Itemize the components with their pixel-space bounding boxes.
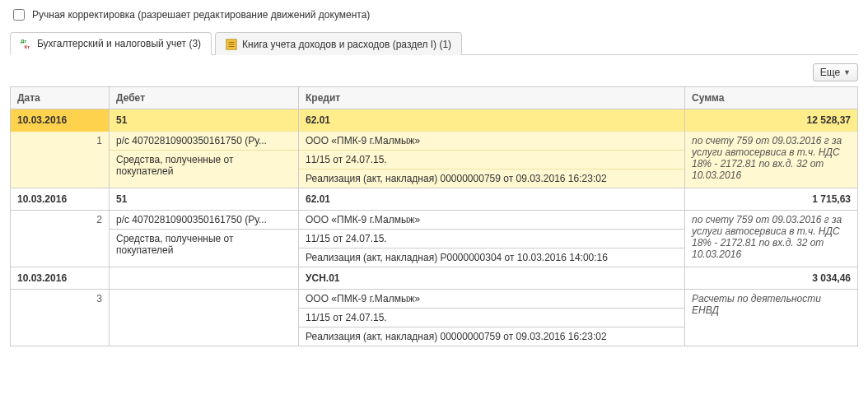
cell-row-number: 3 [11, 290, 110, 346]
manual-correction-label: Ручная корректировка (разрешает редактир… [32, 9, 370, 21]
credit-line: 11/15 от 24.07.15. [299, 151, 685, 170]
cell-date: 10.03.2016 [11, 267, 110, 290]
chevron-down-icon: ▼ [843, 68, 851, 77]
credit-line: ООО «ПМК-9 г.Малмыж» [299, 290, 685, 309]
debit-line: р/с 40702810900350161750 (Ру... [110, 211, 299, 230]
cell-credit-acc: 62.01 [299, 188, 685, 211]
more-button[interactable]: Еще ▼ [813, 63, 858, 81]
entries-table: Дата Дебет Кредит Сумма 10.03.2016 51 62… [10, 86, 858, 346]
sum-desc: по счету 759 от 09.03.2016 г за услуги а… [685, 211, 858, 267]
cell-debit-acc [110, 267, 299, 290]
cell-sum: 3 034,46 [685, 267, 858, 290]
cell-credit-acc: УСН.01 [299, 267, 685, 290]
cell-credit-acc: 62.01 [299, 109, 685, 132]
debit-line [110, 290, 299, 346]
debit-line: р/с 40702810900350161750 (Ру... [110, 132, 299, 151]
col-header-date: Дата [11, 87, 110, 109]
cell-sum: 12 528,37 [685, 109, 858, 132]
credit-line: Реализация (акт, накладная) 00000000759 … [299, 327, 685, 346]
table-row[interactable]: 10.03.2016 УСН.01 3 034,46 3 ООО «ПМК-9 … [11, 267, 858, 346]
col-header-debit: Дебет [110, 87, 299, 109]
sum-desc: по счету 759 от 09.03.2016 г за услуги а… [685, 132, 858, 188]
cell-row-number: 2 [11, 211, 110, 267]
svg-text:Дт: Дт [21, 38, 26, 44]
cell-sum: 1 715,63 [685, 188, 858, 211]
book-icon [226, 39, 237, 50]
debit-line: Средства, полученные от покупателей [110, 151, 299, 188]
cell-row-number: 1 [11, 132, 110, 188]
more-label: Еще [820, 67, 840, 78]
svg-text:Кт: Кт [24, 44, 30, 49]
cell-debit-acc: 51 [110, 109, 299, 132]
credit-line: 11/15 от 24.07.15. [299, 309, 685, 327]
table-row[interactable]: 10.03.2016 51 62.01 1 715,63 2 р/с 40702… [11, 188, 858, 267]
tabs: Дт Кт Бухгалтерский и налоговый учет (3)… [10, 31, 858, 55]
sum-desc: Расчеты по деятельности ЕНВД [685, 290, 858, 346]
cell-date: 10.03.2016 [11, 188, 110, 211]
tab-accounting[interactable]: Дт Кт Бухгалтерский и налоговый учет (3) [10, 32, 212, 55]
dt-kt-icon: Дт Кт [21, 38, 32, 49]
credit-line: Реализация (акт, накладная) 00000000759 … [299, 170, 685, 188]
col-header-credit: Кредит [299, 87, 685, 109]
cell-date: 10.03.2016 [11, 109, 110, 132]
tab-label: Бухгалтерский и налоговый учет (3) [37, 38, 201, 49]
col-header-sum: Сумма [685, 87, 858, 109]
credit-line: Реализация (акт, накладная) Р0000000304 … [299, 248, 685, 267]
cell-debit-acc: 51 [110, 188, 299, 211]
table-row[interactable]: 10.03.2016 51 62.01 12 528,37 1 р/с 4070… [11, 109, 858, 188]
credit-line: 11/15 от 24.07.15. [299, 230, 685, 248]
credit-line: ООО «ПМК-9 г.Малмыж» [299, 132, 685, 151]
tab-label: Книга учета доходов и расходов (раздел I… [242, 39, 451, 50]
debit-line: Средства, полученные от покупателей [110, 230, 299, 267]
credit-line: ООО «ПМК-9 г.Малмыж» [299, 211, 685, 230]
manual-correction-checkbox[interactable] [13, 9, 25, 21]
tab-income-book[interactable]: Книга учета доходов и расходов (раздел I… [215, 32, 462, 55]
